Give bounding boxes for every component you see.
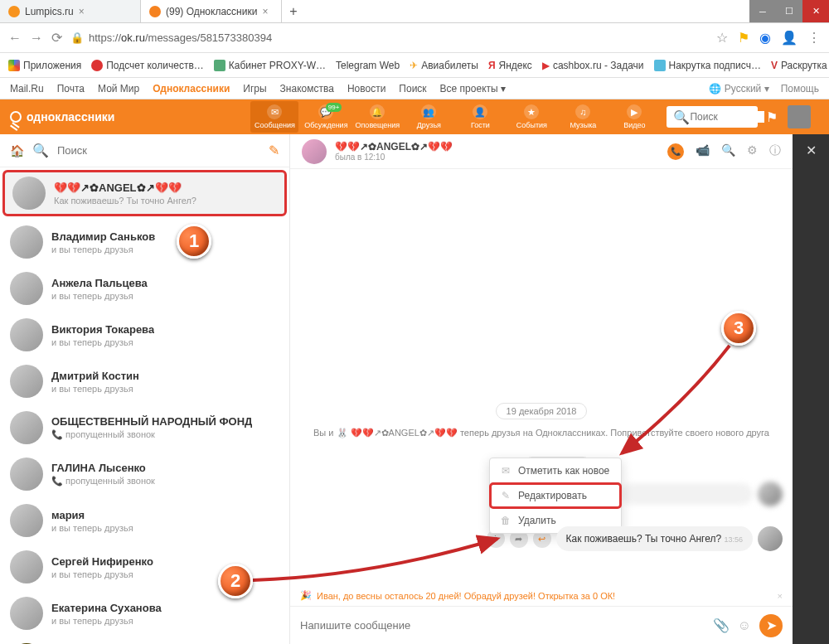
chat-lastseen: была в 12:10 <box>335 153 453 162</box>
nav-forward[interactable]: → <box>30 31 43 46</box>
system-message: Вы и 🐰 💔💔↗✿ANGEL✿↗💔💔 теперь друзья на Од… <box>300 428 783 438</box>
browser-tab-2[interactable]: (99) Одноклассники × <box>141 0 282 22</box>
send-button[interactable]: ➤ <box>759 614 783 637</box>
ok-link[interactable]: Одноклассники <box>153 83 230 94</box>
window-close[interactable]: ✕ <box>802 0 829 22</box>
friends-icon: 👥 <box>421 104 436 119</box>
chat-item[interactable]: Дмитрий Костини вы теперь друзья <box>0 358 289 404</box>
chat-item[interactable]: Владимир Санькови вы теперь друзья <box>0 219 289 265</box>
ext-icon-2[interactable]: ◉ <box>759 30 771 46</box>
all-projects-link[interactable]: Все проекты ▾ <box>440 83 506 94</box>
bookmark-6[interactable]: ▶cashbox.ru - Задачи <box>542 60 644 71</box>
lock-icon: 🔒 <box>70 31 84 44</box>
url-field[interactable]: 🔒https://ok.ru/messages/581573380394 <box>70 31 708 44</box>
chat-item[interactable]: Денис Дисими вы теперь друзья <box>0 637 289 644</box>
bookmark-8[interactable]: VРаскрутка групп вк… <box>771 60 829 71</box>
message-bubble[interactable]: Как поживаешь? Ты точно Ангел? 13:56 <box>556 526 753 551</box>
nav-reload[interactable]: ⟳ <box>51 30 62 46</box>
nav-events[interactable]: ★События <box>507 104 555 129</box>
chat-item[interactable]: Екатерина Сухановаи вы теперь друзья <box>0 590 289 637</box>
chat-item[interactable]: Виктория Токареваи вы теперь друзья <box>0 312 289 358</box>
mymir-link[interactable]: Мой Мир <box>98 83 139 94</box>
avatar <box>10 318 43 351</box>
new-tab-button[interactable]: + <box>282 0 305 22</box>
ok-icon <box>10 111 22 123</box>
browser-tab-1[interactable]: Lumpics.ru × <box>0 0 141 22</box>
chat-avatar[interactable] <box>302 139 327 164</box>
nav-search[interactable]: 🔍 <box>667 106 758 128</box>
window-minimize[interactable]: ─ <box>749 0 776 22</box>
favicon-1 <box>8 6 20 17</box>
compose-icon[interactable]: ✎ <box>269 143 279 158</box>
chat-item[interactable]: марияи вы теперь друзья <box>0 497 289 544</box>
ok-navbar: одноклассники ✉Сообщения 💬99+Обсуждения … <box>0 99 829 134</box>
date-chip-1: 19 декабря 2018 <box>496 403 588 419</box>
apps-button[interactable]: Приложения <box>8 60 81 71</box>
chat-item[interactable]: Анжела Пальцеваи вы теперь друзья <box>0 265 289 312</box>
dating-link[interactable]: Знакомства <box>280 83 334 94</box>
chat-item-angel[interactable]: 💔💔↗✿ANGEL✿↗💔💔Как поживаешь? Ты точно Анг… <box>2 170 287 216</box>
address-bar: ← → ⟳ 🔒https://ok.ru/messages/5815733803… <box>0 23 829 53</box>
ext-icon-1[interactable]: ⚑ <box>738 30 749 46</box>
nav-back[interactable]: ← <box>8 31 22 46</box>
emoji-icon[interactable]: ☺ <box>738 618 751 633</box>
profile-avatar-icon[interactable]: 👤 <box>781 30 797 46</box>
tab-close-2[interactable]: × <box>262 6 268 17</box>
window-maximize[interactable]: ☐ <box>776 0 802 22</box>
call-button[interactable]: 📞 <box>667 143 684 160</box>
chat-item[interactable]: ОБЩЕСТВЕННЫЙ НАРОДНЫЙ ФОНДпропущенный зв… <box>0 404 289 451</box>
music-icon: ♫ <box>575 104 590 119</box>
ok-logo[interactable]: одноклассники <box>10 110 114 123</box>
nav-avatar[interactable] <box>788 105 811 128</box>
sidebar-search-input[interactable] <box>57 144 260 157</box>
message-avatar[interactable] <box>758 526 783 551</box>
chat-settings-icon[interactable]: ⚙ <box>747 143 758 160</box>
promo-bar[interactable]: 🎉 Иван, до весны осталось 20 дней! Обрад… <box>290 585 793 606</box>
avatar <box>10 411 43 444</box>
search-link[interactable]: Поиск <box>399 83 426 94</box>
menu-icon[interactable]: ⋮ <box>807 30 821 46</box>
lang-switch[interactable]: 🌐 Русский ▾ <box>709 83 768 94</box>
nav-friends[interactable]: 👥Друзья <box>405 104 453 129</box>
tab-close-1[interactable]: × <box>79 6 85 17</box>
nav-flag[interactable]: ⚑ <box>766 109 778 125</box>
bookmark-5[interactable]: ЯЯндекс <box>488 60 532 71</box>
bookmark-3[interactable]: Telegram Web <box>336 60 400 71</box>
envelope-icon: ✉ <box>500 465 511 477</box>
nav-search-input[interactable] <box>690 111 764 123</box>
attach-icon[interactable]: 📎 <box>713 617 730 633</box>
ctx-mark-new[interactable]: ✉Отметить как новое <box>490 458 621 483</box>
promo-close[interactable]: × <box>778 591 783 601</box>
help-link[interactable]: Помощь <box>781 83 819 94</box>
avatar <box>10 597 43 630</box>
home-icon[interactable]: 🏠 <box>10 144 24 157</box>
mailru-link[interactable]: Mail.Ru <box>10 83 44 94</box>
nav-music[interactable]: ♫Музыка <box>559 104 607 129</box>
mail-link[interactable]: Почта <box>57 83 85 94</box>
rightpanel-close-icon[interactable]: ✕ <box>806 143 817 158</box>
bookmark-2[interactable]: Кабинет PROXY-W… <box>214 60 326 71</box>
chat-search-icon[interactable]: 🔍 <box>721 143 735 160</box>
chat-info-icon[interactable]: ⓘ <box>769 143 781 160</box>
bookmark-1[interactable]: Подсчет количеств… <box>91 60 204 71</box>
news-link[interactable]: Новости <box>347 83 385 94</box>
bookmark-4[interactable]: ✈Авиабилеты <box>410 60 478 71</box>
right-panel: ✕ <box>793 134 829 644</box>
star-icon[interactable]: ☆ <box>716 30 728 46</box>
ctx-edit[interactable]: ✎Редактировать <box>490 483 621 508</box>
bookmark-7[interactable]: Накрутка подписч… <box>654 60 761 71</box>
nav-messages[interactable]: ✉Сообщения <box>250 101 298 133</box>
mailru-bar: Mail.Ru Почта Мой Мир Одноклассники Игры… <box>0 78 829 99</box>
browser-titlebar: Lumpics.ru × (99) Одноклассники × + ─ ☐ … <box>0 0 829 23</box>
avatar <box>10 504 43 537</box>
video-call-icon[interactable]: 📹 <box>696 143 710 160</box>
promo-text: Иван, до весны осталось 20 дней! Обрадуй… <box>317 591 615 601</box>
compose-input[interactable] <box>300 619 705 632</box>
nav-video[interactable]: ▶Видео <box>610 104 658 129</box>
games-link[interactable]: Игры <box>243 83 266 94</box>
nav-guests[interactable]: 👤Гости <box>456 104 504 129</box>
avatar <box>10 365 43 398</box>
nav-notifications[interactable]: 🔔Оповещения <box>353 104 401 129</box>
nav-discussions[interactable]: 💬99+Обсуждения <box>302 104 350 129</box>
chat-item[interactable]: ГАЛИНА Лысенкопропущенный звонок <box>0 451 289 497</box>
